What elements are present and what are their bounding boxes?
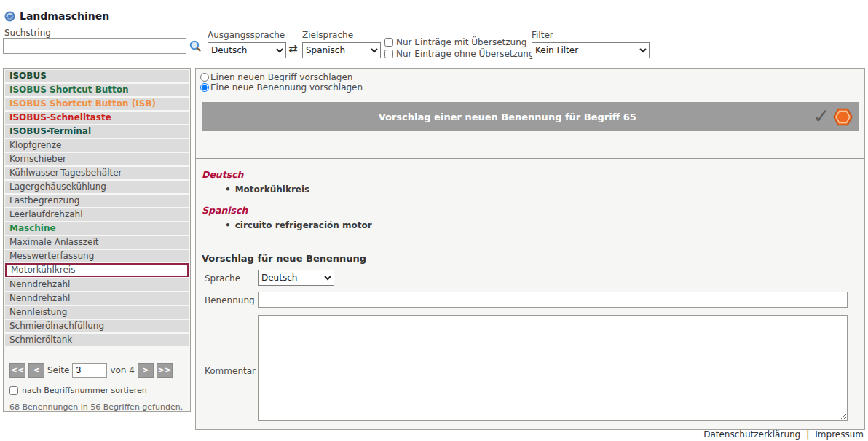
term-list-item[interactable]: Kühlwasser-Tagesbehälter (5, 167, 189, 179)
footer-separator: | (806, 429, 809, 440)
term-list-item[interactable]: Lagergehäusekühlung (5, 181, 189, 193)
language-entries: Deutsch•MotorkühlkreisSpanisch•circuito … (202, 169, 859, 230)
language-label: Spanisch (202, 205, 859, 216)
term-list-item[interactable]: Maschine (5, 222, 189, 235)
search-input[interactable] (3, 38, 186, 54)
term-list-item[interactable]: Maximale Anlasszeit (5, 236, 189, 249)
detail-panel: Einen neuen Begriff vorschlagen Eine neu… (195, 68, 865, 430)
page-label: Seite (47, 365, 69, 375)
target-language-label: Zielsprache (302, 30, 381, 40)
language-label: Deutsch (202, 169, 859, 180)
privacy-link[interactable]: Datenschutzerklärung (703, 429, 800, 440)
term-list-item[interactable]: ISOBUS Shortcut Button (5, 84, 189, 96)
term-list-item[interactable]: Nennleistung (5, 306, 189, 319)
bullet-icon: • (225, 184, 231, 195)
target-language-select[interactable]: Spanisch (302, 42, 381, 58)
pagination: << < Seite von 4 > >> (9, 363, 173, 378)
page-number-input[interactable] (72, 363, 107, 378)
stop-hexagon-icon[interactable] (833, 108, 853, 126)
term-list-item[interactable]: Leerlaufdrehzahl (5, 208, 189, 221)
imprint-link[interactable]: Impressum (815, 429, 864, 440)
search-label: Suchstring (4, 28, 51, 38)
swap-languages-icon[interactable]: ⇄ (288, 42, 298, 55)
language-select[interactable]: Deutsch (258, 270, 334, 286)
language-field-label: Sprache (205, 273, 240, 284)
filter-label: Filter (532, 30, 650, 40)
term-list-item[interactable]: Messwerterfassung (5, 250, 189, 262)
source-language-label: Ausgangssprache (208, 30, 286, 40)
with-translation-label: Nur Einträge mit Übersetzung (396, 37, 526, 47)
filter-select[interactable]: Kein Filter (532, 42, 650, 58)
term-list-item[interactable]: ISOBUS-Terminal (5, 125, 189, 138)
filter-with-translation-option[interactable]: Nur Einträge mit Übersetzung (384, 37, 534, 47)
divider (196, 158, 864, 159)
sort-by-number-checkbox[interactable] (9, 386, 18, 395)
term-list-item[interactable]: ISOBUS-Schnelltaste (5, 112, 189, 124)
result-summary: 68 Benennungen in 56 Begriffen gefunden. (9, 402, 183, 412)
name-input[interactable] (258, 292, 848, 308)
sort-by-number-option[interactable]: nach Begriffsnummer sortieren (9, 386, 147, 395)
term-list-item[interactable]: Klopfgrenze (5, 139, 189, 152)
divider (196, 246, 864, 246)
next-page-button[interactable]: > (138, 363, 154, 378)
term-list-panel: ISOBUSISOBUS Shortcut ButtonISOBUS Short… (3, 68, 191, 412)
proposal-type-radio-group: Einen neuen Begriff vorschlagen Eine neu… (200, 72, 363, 93)
term-list-item[interactable]: Motorkühlkreis (5, 263, 189, 277)
term-list-item[interactable]: Lastbegrenzung (5, 195, 189, 207)
comment-textarea[interactable] (258, 315, 848, 421)
term-list-item[interactable]: ISOBUS (5, 70, 189, 82)
term-entry: •Motorkühlkreis (225, 184, 859, 195)
term-list: ISOBUSISOBUS Shortcut ButtonISOBUS Short… (5, 70, 189, 348)
sort-by-number-label: nach Begriffsnummer sortieren (22, 386, 147, 395)
term-list-item[interactable]: Schmierölnachfüllung (5, 320, 189, 332)
proposal-header-title: Vorschlag einer neuen Benennung für Begr… (202, 112, 813, 122)
form-title: Vorschlag für neue Benennung (202, 253, 366, 264)
new-name-option[interactable]: Eine neue Benennung vorschlagen (200, 82, 363, 93)
source-language-select[interactable]: Deutsch (208, 42, 286, 58)
footer: Datenschutzerklärung | Impressum (703, 429, 864, 440)
bullet-icon: • (225, 220, 231, 230)
term-list-item[interactable]: Kornschieber (5, 153, 189, 165)
confirm-check-icon[interactable]: ✓ (813, 106, 830, 127)
term-list-item[interactable]: Schmieröltank (5, 334, 189, 346)
term-list-item[interactable]: Nenndrehzahl (5, 292, 189, 305)
with-translation-checkbox[interactable] (384, 38, 393, 47)
page-count-label: von 4 (110, 365, 135, 375)
new-term-label: Einen neuen Begriff vorschlagen (210, 72, 352, 82)
term-entry: •circuito refrigeración motor (225, 220, 859, 230)
new-name-label: Eine neue Benennung vorschlagen (210, 82, 363, 93)
new-term-radio[interactable] (200, 73, 209, 82)
last-page-button[interactable]: >> (157, 363, 173, 378)
new-name-radio[interactable] (200, 83, 209, 92)
filter-without-translation-option[interactable]: Nur Einträge ohne Übersetzung (384, 49, 534, 59)
search-icon[interactable] (189, 40, 202, 52)
proposal-header-bar: Vorschlag einer neuen Benennung für Begr… (202, 102, 859, 131)
comment-field-label: Kommentar (205, 366, 256, 376)
page-title: Landmaschinen (4, 10, 109, 22)
app-logo-icon (4, 11, 15, 22)
previous-page-button[interactable]: < (28, 363, 44, 378)
without-translation-checkbox[interactable] (384, 50, 393, 58)
page-title-text: Landmaschinen (20, 10, 109, 22)
term-list-item[interactable]: ISOBUS Shortcut Button (ISB) (5, 98, 189, 110)
without-translation-label: Nur Einträge ohne Übersetzung (396, 49, 534, 59)
new-term-option[interactable]: Einen neuen Begriff vorschlagen (200, 72, 363, 82)
first-page-button[interactable]: << (9, 363, 25, 378)
term-list-item[interactable]: Nenndrehzahl (5, 278, 189, 291)
name-field-label: Benennung (205, 295, 255, 305)
